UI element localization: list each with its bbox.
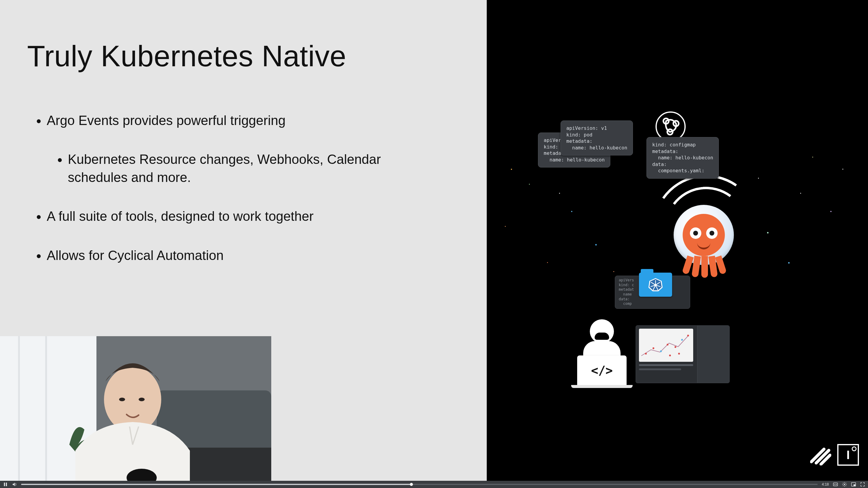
fullscreen-button[interactable] — [860, 482, 865, 487]
bullet-1-text: Argo Events provides powerful triggering — [47, 113, 285, 128]
slide-title: Truly Kubernetes Native — [27, 39, 346, 73]
video-player-stage: Truly Kubernetes Native Argo Events prov… — [0, 0, 868, 488]
bullet-3: Allows for Cyclical Automation — [47, 247, 441, 264]
progress-fill — [21, 484, 411, 485]
svg-point-10 — [656, 112, 685, 141]
watermark-logos: I — [810, 444, 859, 466]
svg-marker-29 — [13, 483, 15, 486]
svg-rect-27 — [4, 483, 5, 486]
settings-button[interactable] — [842, 482, 847, 487]
svg-rect-30 — [833, 483, 838, 486]
developer-avatar — [590, 319, 614, 344]
bullet-2: A full suite of tools, designed to work … — [47, 207, 441, 225]
developer-group: </> — [571, 319, 782, 389]
svg-point-8 — [138, 398, 145, 401]
codebox-configmap: kind: configmap metadata: name: hello-ku… — [647, 137, 719, 178]
video-controls: 4:18 — [0, 481, 868, 488]
dashboard-icon — [636, 325, 730, 383]
slide-panel: Truly Kubernetes Native Argo Events prov… — [0, 0, 487, 481]
slide-bullets: Argo Events provides powerful triggering… — [35, 111, 441, 285]
progress-handle[interactable] — [410, 483, 413, 486]
brand-iq-logo: I — [837, 444, 859, 466]
codebox-pod: apiVersion: v1 kind: pod metadata: name:… — [561, 121, 633, 156]
progress-bar[interactable] — [21, 484, 818, 485]
kubernetes-snippet: apiVers kind: c metadat name data: comp — [619, 278, 634, 306]
brand-stripes-icon — [810, 444, 831, 465]
svg-rect-35 — [854, 484, 855, 486]
svg-point-33 — [844, 484, 845, 485]
laptop-code-symbol: </> — [591, 364, 613, 378]
svg-rect-28 — [6, 483, 7, 486]
kubernetes-folder — [639, 272, 672, 297]
volume-button[interactable] — [12, 482, 17, 487]
illustration-panel: apiVersion: v1 kind: environment metadat… — [487, 0, 868, 481]
svg-rect-1 — [18, 336, 20, 481]
degree-icon — [852, 447, 857, 451]
brand-iq-text: I — [846, 448, 849, 462]
kubernetes-icon — [648, 277, 663, 292]
pip-button[interactable] — [851, 482, 856, 487]
presenter-webcam — [0, 336, 271, 481]
bullet-1-1: Kubernetes Resource changes, Webhooks, C… — [68, 150, 441, 186]
svg-rect-31 — [834, 484, 835, 485]
svg-point-7 — [119, 398, 125, 401]
dashboard-chart — [639, 329, 693, 362]
captions-button[interactable] — [833, 482, 838, 487]
svg-rect-32 — [836, 484, 837, 485]
bullet-1: Argo Events provides powerful triggering… — [47, 111, 441, 186]
laptop: </> — [577, 355, 627, 386]
video-frame: Truly Kubernetes Native Argo Events prov… — [0, 0, 868, 481]
svg-rect-2 — [45, 336, 47, 481]
current-time: 4:18 — [822, 482, 829, 487]
pause-button[interactable] — [3, 482, 8, 487]
